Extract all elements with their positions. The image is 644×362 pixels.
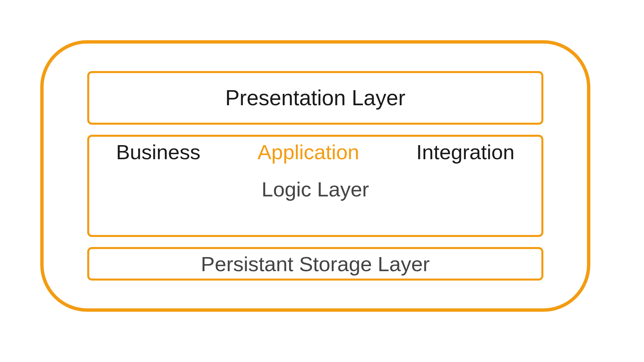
logic-business-label: Business [116, 140, 201, 164]
layers-stack: Presentation Layer Business Application … [87, 71, 543, 281]
logic-layer-subtitle: Logic Layer [262, 177, 369, 201]
architecture-diagram-container: Presentation Layer Business Application … [40, 40, 590, 312]
storage-layer-label: Persistant Storage Layer [201, 252, 430, 276]
logic-layer-box: Business Application Integration Logic L… [87, 135, 543, 237]
presentation-layer-label: Presentation Layer [225, 85, 405, 110]
presentation-layer-box: Presentation Layer [87, 71, 543, 125]
logic-integration-label: Integration [416, 140, 515, 164]
storage-layer-box: Persistant Storage Layer [87, 247, 543, 281]
logic-layer-row: Business Application Integration [89, 140, 541, 164]
logic-application-label: Application [258, 140, 359, 164]
